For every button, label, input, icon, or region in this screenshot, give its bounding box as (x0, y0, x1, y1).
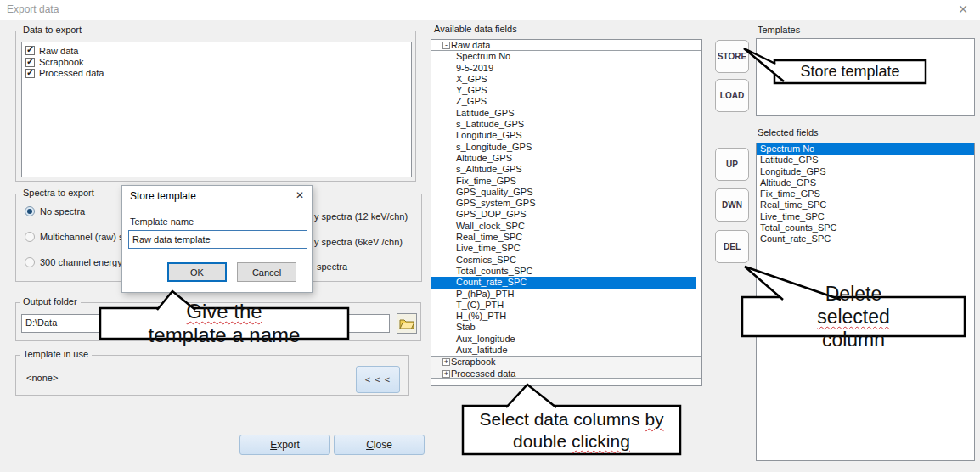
tree-row[interactable]: s_Latitude_GPS (431, 119, 701, 130)
list-item[interactable]: Spectrum No (757, 143, 974, 155)
delete-button[interactable]: DEL (715, 230, 749, 263)
radio-icon[interactable] (25, 206, 35, 216)
checkbox-row[interactable]: ✓ Raw data (25, 45, 408, 56)
tree-row-label: Raw data (451, 40, 490, 50)
tree-row[interactable]: 9-5-2019 (431, 63, 701, 74)
tree-row[interactable]: Z_GPS (431, 96, 701, 107)
tree-row-label: Real_time_SPC (456, 232, 522, 242)
checkbox-row[interactable]: ✓ Processed data (25, 68, 408, 79)
up-button[interactable]: UP (715, 148, 749, 181)
group-template-in-use: Template in use <none> < < < (15, 355, 409, 396)
radio-label: No spectra (40, 206, 85, 216)
cancel-button[interactable]: Cancel (237, 262, 296, 282)
tree-row[interactable]: GPS_DOP_GPS (431, 209, 701, 220)
tree-row[interactable]: + Processed data (431, 368, 701, 379)
checkbox-icon[interactable]: ✓ (25, 58, 35, 67)
tree-row[interactable]: Fix_time_GPS (431, 176, 701, 187)
tree-row-label: Y_GPS (456, 85, 487, 95)
tree-row[interactable]: Live_time_SPC (431, 243, 701, 254)
checkbox-label: Processed data (39, 68, 104, 78)
export-data-window: Export data ✕ Data to export ✓ Raw data … (0, 0, 980, 472)
tree-row-label: Stab (456, 322, 476, 332)
window-close-icon[interactable]: ✕ (958, 3, 968, 16)
tree-row-label: s_Latitude_GPS (456, 119, 524, 129)
list-item[interactable]: Live_time_SPC (757, 211, 974, 222)
tree-row[interactable]: Total_counts_SPC (431, 266, 701, 277)
checkbox-icon[interactable]: ✓ (25, 69, 35, 78)
close-button[interactable]: Close (334, 435, 425, 455)
text-caret (211, 233, 211, 244)
tree-row[interactable]: P_(hPa)_PTH (431, 289, 701, 300)
tree-row-label: Count_rate_SPC (456, 277, 527, 287)
tree-row-label: Longitude_GPS (456, 130, 522, 140)
tree-row-label: Wall_clock_SPC (456, 221, 525, 231)
tree-row[interactable]: Y_GPS (431, 85, 701, 96)
tree-row-label: s_Altitude_GPS (456, 164, 522, 174)
list-item-label: Fix_time_GPS (760, 188, 820, 199)
tree-expander-icon[interactable]: - (442, 42, 450, 49)
tree-row[interactable]: - Raw data (431, 40, 701, 51)
tree-row[interactable]: GPS_quality_GPS (431, 187, 701, 198)
tree-row[interactable]: Cosmics_SPC (431, 255, 701, 266)
group-legend: Template in use (20, 349, 92, 359)
export-button[interactable]: Export (239, 435, 330, 455)
group-data-to-export: Data to export ✓ Raw data ✓ Scrapbook ✓ … (15, 31, 416, 182)
tree-row-label: GPS_DOP_GPS (456, 209, 527, 219)
template-in-use-value: <none> (26, 373, 58, 383)
tree-row[interactable]: s_Longitude_GPS (431, 142, 701, 153)
tree-row-label: 9-5-2019 (456, 63, 493, 73)
list-item-label: Spectrum No (760, 143, 814, 154)
tree-row[interactable]: + Scrapbook (431, 356, 701, 367)
tree-row-label: Altitude_GPS (456, 153, 512, 163)
radio-label: Multichannel (raw) sp (40, 232, 129, 242)
tree-row-label: GPS_quality_GPS (456, 187, 533, 197)
template-name-input[interactable]: Raw data template (128, 230, 307, 249)
apply-template-button[interactable]: < < < (356, 366, 400, 393)
tree-row[interactable]: X_GPS (431, 74, 701, 85)
dialog-close-icon[interactable]: ✕ (296, 189, 304, 201)
tree-row[interactable]: Latitude_GPS (431, 108, 701, 119)
list-item[interactable]: Longitude_GPS (757, 166, 974, 177)
list-item[interactable]: Real_time_SPC (757, 199, 974, 211)
tree-row-label: Spectrum No (456, 51, 510, 61)
tree-row[interactable]: T_(C)_PTH (431, 300, 701, 311)
ok-button[interactable]: OK (167, 262, 227, 282)
tree-row[interactable]: H_(%)_PTH (431, 311, 701, 322)
tree-expander-icon[interactable]: + (442, 370, 450, 378)
tree-row[interactable]: Altitude_GPS (431, 153, 701, 164)
tree-row[interactable]: Aux_longitude (431, 334, 701, 345)
down-button[interactable]: DWN (715, 188, 749, 222)
tree-row-label: GPS_system_GPS (456, 198, 536, 208)
list-item[interactable]: Total_counts_SPC (757, 222, 974, 233)
tree-row[interactable]: Longitude_GPS (431, 130, 701, 141)
window-title: Export data (7, 3, 59, 15)
list-item[interactable]: Altitude_GPS (757, 177, 974, 188)
tree-row[interactable]: Spectrum No (431, 51, 701, 62)
list-item-label: Altitude_GPS (760, 177, 816, 188)
available-fields-tree[interactable]: - Raw data Spectrum No 9-5-2019 X_GPS Y_… (431, 39, 702, 386)
checkbox-icon[interactable]: ✓ (25, 46, 35, 55)
tree-row[interactable]: s_Altitude_GPS (431, 164, 701, 175)
radio-icon[interactable] (25, 257, 35, 267)
templates-label: Templates (758, 25, 800, 35)
checkbox-row[interactable]: ✓ Scrapbook (25, 56, 408, 67)
list-item[interactable]: Count_rate_SPC (757, 233, 974, 244)
tree-row[interactable]: Real_time_SPC (431, 232, 701, 243)
tree-row[interactable]: Count_rate_SPC (431, 277, 696, 288)
tree-row-label: T_(C)_PTH (456, 300, 504, 310)
tree-row[interactable]: Stab (431, 322, 701, 333)
list-item-label: Total_counts_SPC (760, 222, 837, 233)
tree-row[interactable]: Aux_latitude (431, 345, 701, 356)
tree-expander-icon[interactable]: + (442, 358, 450, 366)
tree-row[interactable]: GPS_system_GPS (431, 198, 701, 209)
available-fields-label: Available data fields (434, 24, 517, 34)
list-item[interactable]: Latitude_GPS (757, 155, 974, 166)
tree-row-label: Fix_time_GPS (456, 176, 516, 186)
list-item-label: Longitude_GPS (760, 166, 826, 177)
radio-icon[interactable] (25, 232, 35, 242)
list-item[interactable]: Fix_time_GPS (757, 188, 974, 199)
tree-row[interactable]: Wall_clock_SPC (431, 221, 701, 232)
browse-folder-button[interactable] (397, 313, 417, 334)
tree-row-label: Live_time_SPC (456, 243, 521, 253)
checkbox-label: Scrapbook (39, 57, 84, 67)
